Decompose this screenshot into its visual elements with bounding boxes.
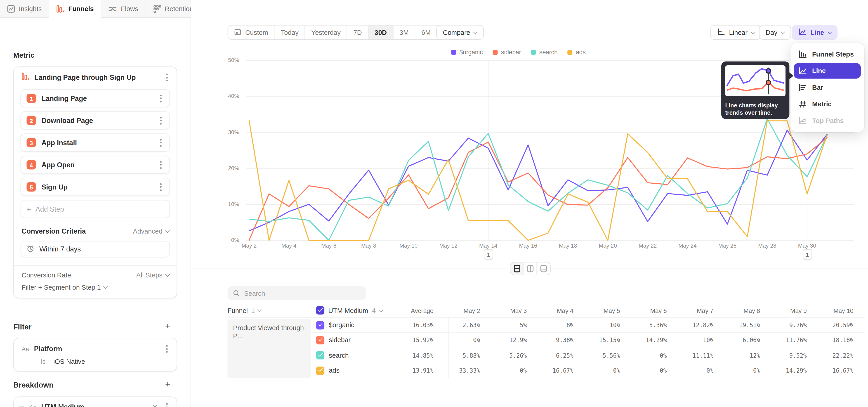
legend-item[interactable]: sidebar <box>493 49 521 55</box>
step-number-badge: 3 <box>27 138 36 148</box>
funnel-step-row[interactable]: 3App Install <box>21 133 170 152</box>
advanced-dropdown[interactable]: Advanced <box>133 228 169 236</box>
breakdown-property[interactable]: UTM Medium <box>41 403 146 407</box>
range-6m[interactable]: 6M <box>415 26 437 39</box>
kebab-icon[interactable] <box>158 115 164 126</box>
table-column-header[interactable]: May 8 <box>719 307 766 314</box>
select-all-checkbox[interactable] <box>316 306 324 315</box>
table-cell: 13.91% <box>399 367 439 374</box>
kebab-icon[interactable] <box>158 159 164 170</box>
search-input[interactable] <box>244 289 361 297</box>
scale-dropdown[interactable]: Linear <box>710 25 761 40</box>
add-step-button[interactable]: + Add Step <box>21 200 170 218</box>
conversion-window[interactable]: Within 7 days <box>21 241 170 257</box>
range-30d[interactable]: 30D <box>368 26 393 39</box>
menu-item-funnel-steps[interactable]: Funnel Steps <box>794 46 861 62</box>
chart-type-label: Line <box>810 29 824 36</box>
chevron-down-icon <box>751 29 755 34</box>
row-label: search <box>329 351 349 359</box>
table-column-header[interactable]: May 10 <box>812 307 859 314</box>
funnel-column-header[interactable]: Funnel 1 <box>228 307 316 314</box>
table-column-header[interactable]: Average <box>399 307 439 314</box>
row-checkbox[interactable] <box>316 366 324 375</box>
table-cell: 18.18% <box>812 337 859 343</box>
compare-button[interactable]: Compare <box>436 25 484 40</box>
row-checkbox[interactable] <box>316 351 324 359</box>
table-column-header[interactable]: May 6 <box>626 307 672 314</box>
tab-label: Retention <box>165 5 193 12</box>
kebab-icon[interactable] <box>164 72 170 83</box>
table-cell: 19.51% <box>719 322 766 328</box>
range-custom[interactable]: Custom <box>228 26 275 39</box>
search-icon <box>233 290 240 297</box>
menu-item-bar[interactable]: Bar <box>794 80 861 95</box>
x-axis-label: May 8 <box>356 243 381 249</box>
segment-step-dropdown[interactable]: Filter + Segment on Step 1 <box>22 284 107 291</box>
kebab-icon[interactable] <box>164 402 170 407</box>
row-checkbox[interactable] <box>316 321 324 330</box>
annotation-badge[interactable]: 1 <box>803 249 812 260</box>
drag-handle-icon[interactable] <box>18 405 25 407</box>
table-column-header[interactable]: May 9 <box>766 307 812 314</box>
funnel-step-row[interactable]: 1Landing Page <box>21 89 170 107</box>
legend-item[interactable]: ads <box>567 49 586 55</box>
tab-funnels[interactable]: Funnels <box>50 0 101 18</box>
close-icon[interactable]: ✕ <box>150 403 159 407</box>
tab-flows[interactable]: Flows <box>101 0 146 17</box>
row-checkbox[interactable] <box>316 336 324 344</box>
funnel-step-row[interactable]: 2Download Page <box>21 111 170 130</box>
legend-item[interactable]: $organic <box>451 49 483 55</box>
metric-heading: Metric <box>13 51 35 59</box>
range-yesterday[interactable]: Yesterday <box>305 26 347 39</box>
layout-bottom-panel-button[interactable] <box>537 262 550 275</box>
table-row: $organic16.03%2.63%5%8%10%5.36%12.82%19.… <box>228 318 865 333</box>
table-cell: 0% <box>486 367 532 374</box>
table-row: ads13.91%33.33%0%16.67%0%0%0%0%14.29%16.… <box>228 363 865 378</box>
breakdown-column-header[interactable]: UTM Medium 4 <box>316 306 399 315</box>
layout-split-vertical-button[interactable] <box>524 262 537 275</box>
x-axis-label: May 30 <box>795 243 819 249</box>
chart-legend: $organicsidebarsearchads <box>191 49 846 55</box>
table-column-header[interactable]: May 2 <box>439 307 486 314</box>
y-axis-label: 30% <box>220 129 239 135</box>
funnel-step-row[interactable]: 5Sign Up <box>21 178 170 196</box>
add-filter-button[interactable]: + <box>163 322 172 330</box>
kebab-icon[interactable] <box>158 137 164 148</box>
menu-item-line[interactable]: Line <box>794 63 861 79</box>
table-cell: 12% <box>719 352 766 358</box>
chart-type-dropdown[interactable]: Line <box>792 25 838 40</box>
all-steps-dropdown[interactable]: All Steps <box>136 271 169 279</box>
table-column-header[interactable]: May 7 <box>672 307 719 314</box>
interval-dropdown[interactable]: Day <box>759 25 791 40</box>
chart-type-menu: Funnel StepsLineBarMetricTop Paths <box>790 43 864 132</box>
legend-item[interactable]: search <box>531 49 558 55</box>
table-column-header[interactable]: May 4 <box>532 307 579 314</box>
range-label: Today <box>281 29 298 36</box>
scale-label: Linear <box>729 29 747 36</box>
filter-operator[interactable]: Is <box>40 358 46 366</box>
range-today[interactable]: Today <box>275 26 305 39</box>
layout-split-horizontal-button[interactable] <box>510 262 524 275</box>
range-label: 30D <box>375 29 387 36</box>
step-number-badge: 1 <box>27 94 36 103</box>
table-cell: 11.11% <box>672 352 719 358</box>
table-column-header[interactable]: May 3 <box>486 307 532 314</box>
range-7d[interactable]: 7D <box>347 26 368 39</box>
add-breakdown-button[interactable]: + <box>163 380 172 388</box>
range-3m[interactable]: 3M <box>393 26 415 39</box>
kebab-icon[interactable] <box>158 181 164 192</box>
funnel-step-row[interactable]: 4App Open <box>21 156 170 174</box>
kebab-icon[interactable] <box>158 93 164 104</box>
tab-insights[interactable]: Insights <box>0 0 50 17</box>
menu-item-label: Top Paths <box>812 117 844 125</box>
annotation-badge[interactable]: 1 <box>484 249 493 260</box>
menu-item-metric[interactable]: Metric <box>794 96 861 112</box>
table-column-header[interactable]: May 5 <box>579 307 625 314</box>
table-cell: 14.29% <box>766 367 812 374</box>
search-bar <box>228 286 366 300</box>
filter-value[interactable]: iOS Native <box>53 358 85 366</box>
table-cell: 0% <box>579 367 625 374</box>
kebab-icon[interactable] <box>164 343 170 354</box>
filter-property[interactable]: Platform <box>34 345 159 353</box>
table-cell: 8% <box>532 322 579 328</box>
